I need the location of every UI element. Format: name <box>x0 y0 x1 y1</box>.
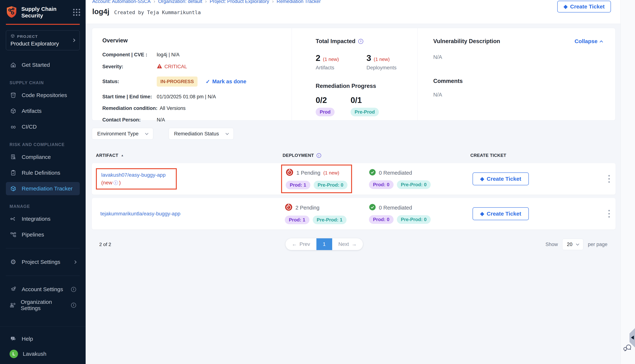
sidebar-item-help[interactable]: ? Help <box>6 332 80 346</box>
breadcrumb-account[interactable]: Account: Automation-SSCA <box>92 0 151 4</box>
breadcrumb-organization[interactable]: Organization: default <box>158 0 202 4</box>
pagination-row: 2 of 2 ← Prev 1 Next → Show 20 per page <box>92 238 615 250</box>
artifact-link[interactable]: lavakush07/easy-buggy-app <box>101 172 165 178</box>
pipelines-icon <box>10 232 17 238</box>
sort-ascending-icon[interactable]: ▲ <box>121 154 124 157</box>
preprod-badge: Pre-Prod <box>351 108 379 116</box>
preprod-count-badge: Pre-Prod: 0 <box>397 180 431 189</box>
info-icon[interactable]: i <box>317 153 321 158</box>
sidebar-item-cicd[interactable]: ∞ CI/CD <box>6 120 80 134</box>
breadcrumb-remediation-tracker[interactable]: Remediation Tracker <box>277 0 321 4</box>
create-ticket-button-row[interactable]: ◆ Create Ticket <box>473 172 529 185</box>
sidebar-item-remediation-tracker[interactable]: Remediation Tracker <box>6 182 80 195</box>
sidebar-item-compliance[interactable]: Compliance <box>6 150 80 164</box>
overview-card: Overview Component | CVE : log4j | N/A S… <box>92 28 615 120</box>
sidebar-item-label: Code Repositories <box>22 92 67 98</box>
artifacts-new-count: (1 new) <box>323 56 339 62</box>
sidebar-item-integrations[interactable]: Integrations <box>6 212 80 226</box>
remediated-check-icon <box>369 169 376 177</box>
sidebar-item-account-settings[interactable]: Account Settings i <box>6 283 80 296</box>
artifact-column-header[interactable]: ARTIFACT <box>96 153 118 158</box>
chevron-down-icon <box>576 242 579 246</box>
preprod-count-badge: Pre-Prod: 0 <box>397 215 431 224</box>
sidebar-nav: Get Started SUPPLY CHAIN </> Code Reposi… <box>0 58 86 312</box>
sidebar: Supply Chain Security PROJECT Product Ex… <box>0 0 86 364</box>
sidebar-item-label: Compliance <box>22 154 51 160</box>
prod-count-badge: Prod: 0 <box>369 215 393 224</box>
environment-type-filter[interactable]: Environment Type <box>92 128 153 140</box>
sidebar-item-label: Artifacts <box>22 108 42 114</box>
remediation-status-filter[interactable]: Remediation Status <box>169 128 234 140</box>
support-chat-icon[interactable] <box>623 344 632 353</box>
info-icon[interactable]: i <box>71 287 76 292</box>
current-page-button[interactable]: 1 <box>316 238 332 250</box>
sidebar-item-label: Help <box>22 336 33 342</box>
section-label-manage: MANAGE <box>10 204 80 209</box>
time-value: 01/10/2025 01:08 pm | N/A <box>157 94 216 100</box>
sidebar-item-artifacts[interactable]: Artifacts <box>6 104 80 118</box>
artifact-link[interactable]: tejakummarikuntla/easy-buggy-app <box>100 211 180 217</box>
org-chart-gear-icon <box>10 302 16 308</box>
table-row: lavakush07/easy-buggy-app (new i ) <box>92 163 615 195</box>
pending-count: 1 Pending <box>296 170 320 176</box>
svg-text:?: ? <box>12 337 14 340</box>
preprod-progress: 0/1 Pre-Prod <box>351 96 385 116</box>
create-ticket-label: Create Ticket <box>487 210 521 217</box>
sidebar-item-code-repositories[interactable]: </> Code Repositories <box>6 88 80 102</box>
page-size-select[interactable]: 20 <box>562 239 583 250</box>
main-content: Account: Automation-SSCA › Organization:… <box>86 0 620 364</box>
sidebar-item-project-settings[interactable]: ⚙ Project Settings <box>6 256 80 268</box>
help-chat-icon: ? <box>10 336 17 342</box>
sidebar-item-label: Remediation Tracker <box>22 186 73 192</box>
sidebar-item-organization-settings[interactable]: Organization Settings i <box>6 298 80 312</box>
diamond-icon: ◆ <box>563 4 568 9</box>
status-badge: IN-PROGRESS <box>157 76 197 86</box>
app-logo-row: Supply Chain Security <box>0 0 86 19</box>
info-icon[interactable]: i <box>358 39 363 44</box>
info-icon[interactable]: i <box>114 180 118 185</box>
project-selector[interactable]: PROJECT Product Exploratory <box>6 30 80 50</box>
sidebar-item-rule-definitions[interactable]: Rule Definitions <box>6 166 80 180</box>
sidebar-item-label: Project Settings <box>22 259 60 265</box>
next-page-button[interactable]: Next → <box>332 238 363 250</box>
vulnerability-description-heading: Vulnerability Description <box>433 38 500 44</box>
filters-row: Environment Type Remediation Status <box>92 128 620 140</box>
user-menu[interactable]: L Lavakush <box>6 347 80 360</box>
diamond-icon: ◆ <box>480 211 484 216</box>
chevron-right-icon <box>74 261 76 263</box>
chevron-down-icon <box>226 132 229 135</box>
prev-page-button[interactable]: ← Prev <box>286 238 316 250</box>
breadcrumb-separator: › <box>272 0 274 4</box>
avatar: L <box>10 350 18 358</box>
pagination-summary: 2 of 2 <box>99 242 111 247</box>
mark-as-done-button[interactable]: ✓ Mark as done <box>205 78 246 85</box>
contact-person-label: Contact Person: <box>102 117 157 123</box>
table-row: tejakummarikuntla/easy-buggy-app 2 Pendi… <box>92 198 615 230</box>
module-grid-icon[interactable] <box>73 9 80 16</box>
section-label-risk-compliance: RISK AND COMPLIANCE <box>10 142 80 147</box>
collapse-button[interactable]: Collapse <box>574 38 602 44</box>
create-ticket-button-header[interactable]: ◆ Create Ticket <box>557 1 611 12</box>
info-icon[interactable]: i <box>71 303 76 308</box>
user-name: Lavakush <box>23 351 46 357</box>
row-menu-kebab-icon[interactable] <box>606 173 612 184</box>
cube-icon <box>11 34 15 39</box>
deployments-label: Deployments <box>367 65 417 71</box>
breadcrumb-separator: › <box>205 0 207 4</box>
remediation-condition-label: Remediation condition: <box>102 106 157 111</box>
breadcrumb-project[interactable]: Project: Product Exploratory <box>210 0 269 4</box>
create-ticket-label: Create Ticket <box>487 176 521 182</box>
check-icon: ✓ <box>205 78 210 85</box>
row-menu-kebab-icon[interactable] <box>606 208 612 220</box>
clipboard-check-icon <box>10 170 17 176</box>
impacted-deployments: 3 (1 new) Deployments <box>367 53 417 71</box>
artifact-cube-icon <box>10 108 17 114</box>
divider <box>6 248 80 248</box>
create-ticket-button-row[interactable]: ◆ Create Ticket <box>473 207 529 220</box>
status-label: Status: <box>102 79 157 84</box>
chevron-up-icon <box>599 40 603 44</box>
sidebar-item-get-started[interactable]: Get Started <box>6 58 80 72</box>
sidebar-item-pipelines[interactable]: Pipelines <box>6 228 80 241</box>
page-size-control: Show 20 per page <box>546 239 615 250</box>
contact-person-value: N/A <box>157 117 165 123</box>
